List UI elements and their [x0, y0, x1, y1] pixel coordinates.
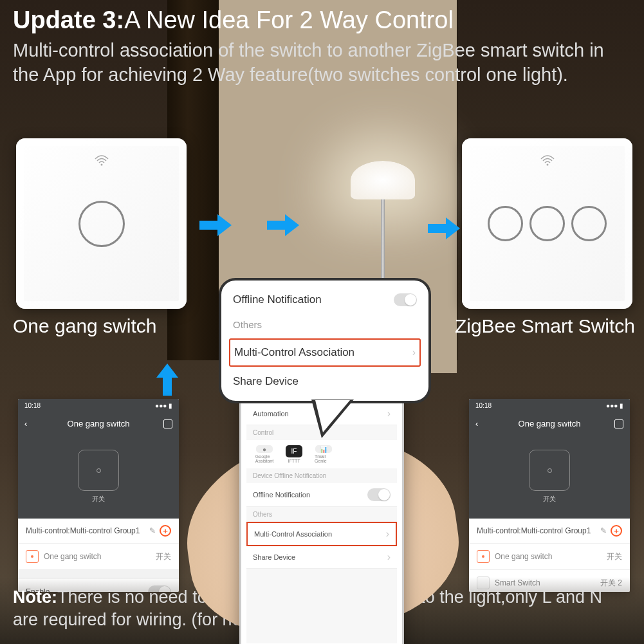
title-text: A New Idea For 2 Way Control — [124, 6, 454, 33]
description: Multi-control association of the switch … — [13, 39, 631, 87]
toggle-off-icon[interactable] — [367, 488, 391, 501]
add-icon[interactable]: + — [611, 525, 622, 537]
time: 10:18 — [475, 402, 492, 409]
arrow-right-icon — [267, 212, 299, 238]
switch-button-2 — [529, 206, 565, 241]
arrow-right-icon — [428, 216, 460, 241]
device-item-1[interactable]: One gang switch 开关 — [469, 544, 630, 570]
offline-row[interactable]: Offline Notification — [246, 483, 397, 507]
time: 10:18 — [24, 402, 41, 409]
toggle-off-icon[interactable] — [394, 293, 417, 306]
share-row[interactable]: Share Device› — [246, 546, 397, 569]
item-label: One gang switch — [495, 552, 602, 561]
mca-label: Multi-Control Association — [234, 346, 354, 359]
mca-row[interactable]: Multi-Control Association› — [246, 522, 397, 546]
switch-preview: 开关 — [469, 435, 630, 519]
group-label: Multi-control:Multi-control Group1 — [26, 526, 140, 535]
arrow-up-icon — [154, 363, 180, 396]
ifttt-icon[interactable]: IFIFTTT — [285, 445, 303, 463]
app-header: ‹ One gang switch — [18, 412, 179, 435]
chevron-right-icon: › — [386, 528, 389, 540]
chevron-right-icon: › — [412, 347, 416, 358]
back-icon[interactable]: ‹ — [475, 419, 478, 428]
label-one-gang: One gang switch — [13, 315, 156, 337]
tmall-genie-icon[interactable]: 📊Tmall Genie — [315, 445, 333, 463]
switch-button-1 — [488, 206, 523, 241]
switch-label: 开关 — [543, 495, 556, 504]
label-zigbee: ZigBee Smart Switch — [455, 315, 635, 337]
phone-right: 10:18●●● ▮ ‹ One gang switch 开关 Multi-co… — [469, 399, 630, 592]
offline-label: Offline Notification — [253, 491, 310, 499]
switch-button-3 — [571, 206, 607, 241]
share-label: Share Device — [233, 375, 299, 388]
device-icon — [477, 550, 490, 563]
group-row[interactable]: Multi-control:Multi-control Group1 ✎+ — [18, 519, 179, 544]
switch-preview: 开关 — [18, 435, 179, 519]
edit-icon[interactable] — [163, 419, 172, 428]
group-row[interactable]: Multi-control:Multi-control Group1 ✎+ — [469, 519, 630, 544]
switch-box[interactable] — [529, 450, 570, 491]
page-title: Update 3:A New Idea For 2 Way Control — [13, 5, 631, 36]
settings-callout: Offline Notification Others Multi-Contro… — [219, 278, 431, 403]
battery-icon: ●●● ▮ — [606, 402, 623, 409]
offline-label: Offline Notification — [233, 293, 322, 306]
others-section: Others — [246, 507, 397, 522]
callout-tail — [311, 400, 354, 438]
arrow-right-icon — [199, 212, 232, 238]
note-bold: Note: — [13, 587, 57, 607]
status-bar: 10:18●●● ▮ — [18, 399, 179, 412]
item-suffix: 开关 — [607, 551, 622, 562]
phone-screen: Automation› Control ●Google Assistant IF… — [246, 403, 397, 643]
zigbee-switch-panel — [462, 138, 632, 309]
battery-icon: ●●● ▮ — [155, 402, 172, 409]
edit-icon[interactable] — [614, 419, 623, 428]
automation-label: Automation — [253, 410, 289, 418]
offline-notification-row[interactable]: Offline Notification — [230, 287, 419, 313]
pencil-icon[interactable]: ✎ — [600, 526, 607, 535]
device-icon — [26, 550, 39, 563]
back-icon[interactable]: ‹ — [24, 419, 27, 428]
wifi-icon — [540, 154, 555, 167]
svg-point-0 — [100, 164, 102, 166]
pencil-icon[interactable]: ✎ — [149, 526, 156, 535]
title-bold: Update 3: — [13, 6, 124, 33]
device-item[interactable]: One gang switch 开关 — [18, 544, 179, 570]
assistant-icons: ●Google Assistant IFIFTTT 📊Tmall Genie — [246, 440, 397, 468]
share-label: Share Device — [253, 553, 295, 561]
chevron-right-icon: › — [387, 551, 391, 563]
chevron-right-icon: › — [387, 408, 391, 419]
switch-button — [78, 201, 125, 247]
status-bar: 10:18●●● ▮ — [469, 399, 630, 412]
google-assistant-icon[interactable]: ●Google Assistant — [255, 445, 273, 463]
group-label: Multi-control:Multi-control Group1 — [477, 526, 591, 535]
app-header: ‹ One gang switch — [469, 412, 630, 435]
wifi-icon — [94, 154, 109, 167]
header-title: One gang switch — [68, 419, 130, 428]
item-suffix: 开关 — [156, 551, 171, 562]
multi-control-row[interactable]: Multi-Control Association › — [229, 338, 421, 367]
switch-label: 开关 — [92, 495, 105, 504]
svg-point-1 — [546, 164, 548, 166]
one-gang-switch-panel — [16, 138, 187, 309]
device-section: Device Offline Notification — [246, 468, 397, 483]
phone-left: 10:18●●● ▮ ‹ One gang switch 开关 Multi-co… — [18, 399, 179, 592]
share-device-row[interactable]: Share Device — [230, 369, 419, 394]
header-title: One gang switch — [519, 419, 581, 428]
others-section: Others — [230, 313, 419, 336]
mca-label: Multi-Control Association — [254, 530, 332, 538]
item-label: One gang switch — [44, 552, 151, 561]
add-icon[interactable]: + — [160, 525, 171, 537]
switch-box[interactable] — [78, 450, 119, 491]
